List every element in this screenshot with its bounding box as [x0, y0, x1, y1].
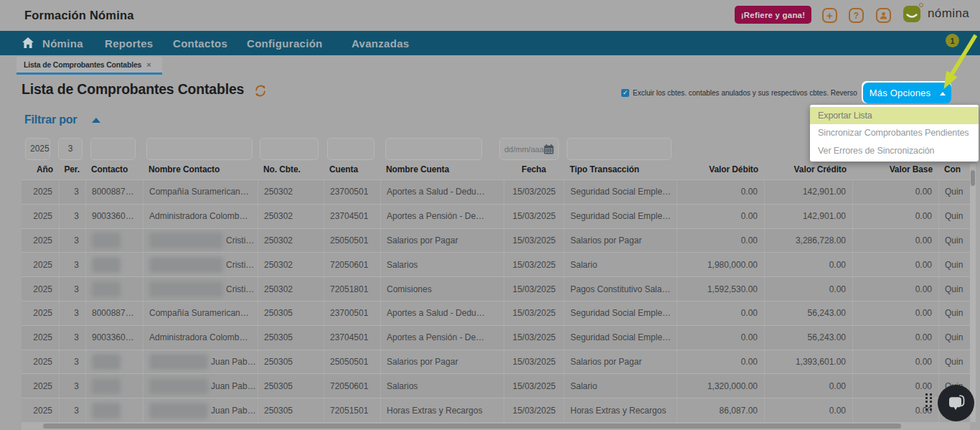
cell-per: 3 — [59, 229, 85, 253]
filter-input-tipo-transaccion[interactable] — [567, 138, 672, 160]
column-header-no-cbte[interactable]: No. Cbte. — [263, 164, 324, 174]
cell-ano: 2025 — [22, 350, 59, 374]
column-header-nombre-cuenta[interactable]: Nombre Cuenta — [386, 164, 504, 174]
vertical-scrollbar-thumb[interactable] — [971, 170, 975, 186]
filter-input-cuenta[interactable] — [327, 138, 374, 160]
table-row[interactable]: 20253Juan Pab…25030572050601Salarios15/0… — [22, 374, 970, 398]
nav-item-reportes[interactable]: Reportes — [105, 37, 153, 50]
refer-and-win-button[interactable]: ¡Refiere y gana! — [735, 6, 811, 24]
drag-handle-icon[interactable] — [925, 393, 932, 412]
cell-nombre-cuenta: Salarios por Pagar — [380, 229, 504, 253]
table-row[interactable]: 202539003360…Administradora Colomb…25030… — [22, 205, 970, 229]
cell-nombre-contacto: Compañía Suramerican… — [143, 180, 258, 204]
vertical-scrollbar[interactable] — [970, 164, 976, 422]
table-row[interactable]: 20253Cristi…25030272051801Comisiones15/0… — [22, 277, 970, 302]
column-header-ano[interactable]: Año — [22, 164, 53, 174]
cell-valor-debito: 1,980,000.00 — [677, 253, 764, 276]
filter-input-period[interactable]: 3 — [58, 138, 83, 160]
redacted-blur — [149, 257, 223, 273]
column-header-valor-base[interactable]: Valor Base — [852, 164, 933, 174]
cell-cuenta: 25050501 — [324, 350, 380, 374]
menu-item-sincronizar-comprobantes-pendientes[interactable]: Sincronizar Comprobantes Pendientes — [810, 124, 979, 141]
table-row[interactable]: 20253Cristi…25030225050501Salarios por P… — [22, 229, 970, 253]
column-header-contacto[interactable]: Contacto — [91, 164, 143, 174]
horizontal-scrollbar-thumb[interactable] — [43, 424, 901, 429]
column-header-cuenta[interactable]: Cuenta — [329, 164, 380, 174]
cell-nombre-contacto: Cristi… — [143, 229, 258, 253]
cell-valor-credito: 0.00 — [764, 398, 852, 422]
column-header-tipo-transaccion[interactable]: Tipo Transacción — [570, 164, 677, 174]
column-header-valor-credito[interactable]: Valor Crédito — [764, 164, 847, 174]
cell-ano: 2025 — [22, 326, 59, 350]
cell-ano: 2025 — [22, 253, 59, 276]
cell-con: Quin — [938, 277, 970, 301]
nav-item-nomina[interactable]: Nómina — [42, 37, 83, 50]
mas-opciones-button[interactable]: Más Opciones — [863, 83, 951, 103]
cell-valor-debito: 0.00 — [677, 350, 764, 374]
cell-valor-credito: 0.00 — [764, 277, 852, 301]
calendar-icon[interactable] — [544, 144, 554, 154]
filter-toggle[interactable]: Filtrar por — [24, 113, 77, 126]
cell-valor-base: 0.00 — [852, 350, 938, 374]
cell-cuenta: 72051501 — [324, 398, 380, 422]
filter-input-nombre-contacto[interactable] — [146, 138, 253, 160]
cell-valor-credito: 0.00 — [764, 253, 852, 276]
cell-contacto: 9003360… — [85, 205, 143, 228]
column-header-con[interactable]: Con — [944, 164, 970, 174]
nav-item-configuracion[interactable]: Configuración — [247, 37, 323, 50]
cell-contacto — [85, 374, 143, 398]
column-header-per[interactable]: Per. — [59, 164, 80, 174]
cell-tipo-transaccion: Horas Extras y Recargos — [564, 398, 677, 422]
table-row[interactable]: 202539003360…Administradora Colomb…25030… — [22, 326, 970, 350]
horizontal-scrollbar[interactable] — [22, 422, 970, 430]
cell-contacto — [85, 398, 143, 422]
redacted-blur — [92, 354, 121, 370]
cell-ano: 2025 — [22, 205, 59, 228]
chevron-up-icon — [940, 92, 946, 95]
table-body: 202538000887…Compañía Suramerican…250302… — [22, 179, 970, 422]
table-row[interactable]: 20253Juan Pab…25030572051501Horas Extras… — [22, 398, 970, 422]
cell-valor-debito: 1,320,000.00 — [677, 374, 764, 398]
filter-input-nombre-cuenta[interactable] — [385, 138, 482, 160]
exclude-checkbox-row: ✓ Excluir los cbtes. contables anulados … — [621, 89, 857, 97]
filter-input-fecha[interactable]: dd/mm/aaa — [499, 138, 559, 160]
cell-valor-base: 0.00 — [852, 180, 938, 204]
cell-nombre-contacto: Juan Pab… — [143, 398, 258, 422]
refresh-icon[interactable] — [255, 85, 266, 100]
redacted-blur — [149, 233, 223, 248]
column-header-fecha[interactable]: Fecha — [504, 164, 564, 174]
table-row[interactable]: 202538000887…Compañía Suramerican…250305… — [22, 302, 970, 326]
filter-input-no-cbte[interactable] — [260, 138, 319, 160]
table-row[interactable]: 202538000887…Compañía Suramerican…250302… — [22, 180, 970, 205]
cell-ano: 2025 — [22, 302, 59, 325]
chevron-up-icon[interactable] — [92, 118, 100, 123]
tab-close-icon[interactable]: × — [146, 60, 151, 69]
redacted-blur — [92, 257, 121, 273]
cell-fecha: 15/03/2025 — [504, 180, 564, 204]
cell-nombre-contacto: Cristi… — [143, 277, 258, 301]
exclude-checkbox[interactable]: ✓ — [621, 89, 629, 97]
cell-contacto — [85, 229, 143, 253]
table-row[interactable]: 20253Juan Pab…25030525050501Salarios por… — [22, 350, 970, 375]
table-row[interactable]: 20253Cristi…25030272050601Salarios15/03/… — [22, 253, 970, 277]
menu-item-exportar-lista[interactable]: Exportar Lista — [810, 107, 979, 124]
nav-item-contactos[interactable]: Contactos — [173, 37, 227, 50]
redacted-blur — [149, 281, 223, 297]
menu-item-ver-errores-de-sincronizacion[interactable]: Ver Errores de Sincronización — [810, 142, 979, 159]
topbar: Formación Nómina ¡Refiere y gana! + ? nó… — [0, 0, 980, 31]
column-header-nombre-contacto[interactable]: Nombre Contacto — [149, 164, 258, 174]
home-icon[interactable] — [22, 37, 34, 51]
add-icon[interactable]: + — [822, 8, 837, 23]
help-icon[interactable]: ? — [849, 8, 864, 23]
cell-nombre-cuenta: Aportes a Pensión - De… — [380, 205, 504, 228]
cell-fecha: 15/03/2025 — [504, 326, 564, 350]
chat-launcher-button[interactable] — [938, 385, 974, 421]
filter-input-contacto[interactable] — [90, 138, 136, 160]
cell-nombre-cuenta: Aportes a Salud - Dedu… — [380, 302, 504, 325]
user-icon[interactable] — [876, 8, 891, 23]
nav-item-avanzadas[interactable]: Avanzadas — [352, 37, 410, 50]
filter-input-year[interactable]: 2025 — [25, 138, 50, 160]
column-header-valor-debito[interactable]: Valor Débito — [677, 164, 758, 174]
redacted-blur — [149, 354, 208, 370]
tab-lista-comprobantes[interactable]: Lista de Comprobantes Contables × — [17, 57, 162, 75]
